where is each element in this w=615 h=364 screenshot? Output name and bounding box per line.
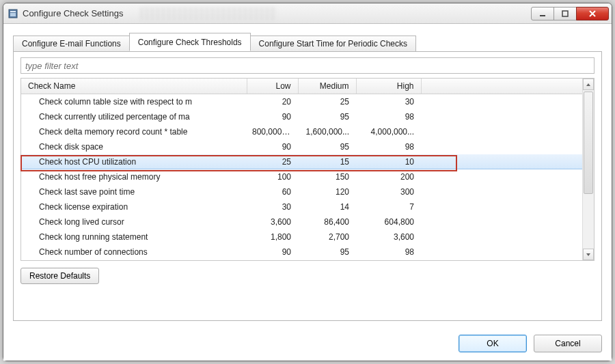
- cell-name[interactable]: Check last save point time: [21, 184, 247, 199]
- cell-medium[interactable]: 25: [298, 94, 356, 109]
- cell-spacer: [421, 184, 582, 199]
- table-row[interactable]: Check host CPU utilization251510: [21, 154, 582, 169]
- table-row[interactable]: Check last save point time60120300: [21, 184, 582, 199]
- restore-defaults-button[interactable]: Restore Defaults: [20, 268, 99, 284]
- scroll-up-button[interactable]: [583, 79, 594, 90]
- cell-high[interactable]: 300: [356, 184, 421, 199]
- table-header-row: Check Name Low Medium High: [21, 79, 582, 94]
- maximize-button[interactable]: [554, 7, 577, 20]
- cell-medium[interactable]: 15: [298, 154, 356, 169]
- cell-name[interactable]: Check license expiration: [21, 199, 247, 214]
- tab-check-thresholds[interactable]: Configure Check Thresholds: [129, 33, 251, 51]
- cell-low[interactable]: 20: [247, 94, 298, 109]
- cell-medium[interactable]: 86,400: [298, 214, 356, 229]
- tab-strip: Configure E-mail Functions Configure Che…: [13, 33, 602, 51]
- obscured-title-area: [140, 7, 277, 20]
- col-header-low[interactable]: Low: [247, 79, 298, 94]
- ok-button[interactable]: OK: [459, 335, 527, 352]
- minimize-button[interactable]: [531, 7, 554, 20]
- cell-low[interactable]: 90: [247, 244, 298, 260]
- client-area: Configure E-mail Functions Configure Che…: [3, 24, 612, 361]
- cell-high[interactable]: 4,000,000...: [356, 124, 421, 139]
- col-header-high[interactable]: High: [356, 79, 421, 94]
- cell-medium[interactable]: 2,700: [298, 229, 356, 244]
- cell-name[interactable]: Check host CPU utilization: [21, 154, 247, 169]
- cell-name[interactable]: Check long lived cursor: [21, 214, 247, 229]
- col-header-name[interactable]: Check Name: [21, 79, 247, 94]
- cell-medium[interactable]: 95: [298, 139, 356, 154]
- tab-email-functions[interactable]: Configure E-mail Functions: [13, 36, 130, 52]
- cell-high[interactable]: 7: [356, 199, 421, 214]
- cell-high[interactable]: 98: [356, 109, 421, 124]
- thresholds-table: Check Name Low Medium High Check column …: [21, 79, 582, 260]
- cell-medium[interactable]: 1,600,000...: [298, 124, 356, 139]
- cell-medium[interactable]: 120: [298, 184, 356, 199]
- cell-medium[interactable]: 95: [298, 244, 356, 260]
- cell-medium[interactable]: 150: [298, 169, 356, 184]
- cell-name[interactable]: Check number of connections: [21, 244, 247, 260]
- table-row[interactable]: Check host free physical memory100150200: [21, 169, 582, 184]
- scroll-thumb[interactable]: [584, 92, 593, 194]
- cell-name[interactable]: Check long running statement: [21, 229, 247, 244]
- table-row[interactable]: Check disk space909598: [21, 139, 582, 154]
- table-body: Check column table size with respect to …: [21, 94, 582, 260]
- table-row[interactable]: Check delta memory record count * table8…: [21, 124, 582, 139]
- window-title: Configure Check Settings: [23, 8, 532, 18]
- cell-spacer: [421, 229, 582, 244]
- filter-input[interactable]: [20, 57, 594, 74]
- cell-spacer: [421, 94, 582, 109]
- table-scroll: Check Name Low Medium High Check column …: [21, 79, 582, 260]
- cell-low[interactable]: 90: [247, 139, 298, 154]
- cell-name[interactable]: Check disk space: [21, 139, 247, 154]
- table-row[interactable]: Check license expiration30147: [21, 199, 582, 214]
- cell-medium[interactable]: 14: [298, 199, 356, 214]
- cell-high[interactable]: 98: [356, 244, 421, 260]
- cell-high[interactable]: 30: [356, 94, 421, 109]
- cell-low[interactable]: 30: [247, 199, 298, 214]
- cell-low[interactable]: 100: [247, 169, 298, 184]
- tab-start-time[interactable]: Configure Start Time for Periodic Checks: [250, 36, 416, 52]
- cell-high[interactable]: 3,600: [356, 229, 421, 244]
- cell-high[interactable]: 604,800: [356, 214, 421, 229]
- cell-low[interactable]: 3,600: [247, 214, 298, 229]
- cell-spacer: [421, 244, 582, 260]
- cancel-button[interactable]: Cancel: [534, 335, 602, 352]
- cell-spacer: [421, 214, 582, 229]
- window-controls: [532, 7, 609, 20]
- table-row[interactable]: Check number of connections909598: [21, 244, 582, 260]
- cell-name[interactable]: Check currently utilized percentage of m…: [21, 109, 247, 124]
- col-header-medium[interactable]: Medium: [298, 79, 356, 94]
- cell-spacer: [421, 124, 582, 139]
- scroll-track[interactable]: [583, 90, 594, 249]
- col-header-spacer: [421, 79, 582, 94]
- cell-high[interactable]: 10: [356, 154, 421, 169]
- cell-medium[interactable]: 95: [298, 109, 356, 124]
- close-button[interactable]: [576, 7, 609, 20]
- cell-high[interactable]: 98: [356, 139, 421, 154]
- cell-low[interactable]: 800,000,0...: [247, 124, 298, 139]
- cell-low[interactable]: 90: [247, 109, 298, 124]
- cell-low[interactable]: 60: [247, 184, 298, 199]
- table-row[interactable]: Check long lived cursor3,60086,400604,80…: [21, 214, 582, 229]
- table-row[interactable]: Check currently utilized percentage of m…: [21, 109, 582, 124]
- vertical-scrollbar[interactable]: [582, 79, 594, 260]
- cell-spacer: [421, 139, 582, 154]
- cell-name[interactable]: Check host free physical memory: [21, 169, 247, 184]
- cell-name[interactable]: Check column table size with respect to …: [21, 94, 247, 109]
- cell-spacer: [421, 154, 582, 169]
- table-row[interactable]: Check column table size with respect to …: [21, 94, 582, 109]
- app-icon: [8, 8, 18, 19]
- cell-name[interactable]: Check delta memory record count * table: [21, 124, 247, 139]
- tab-panel: Check Name Low Medium High Check column …: [13, 51, 602, 321]
- dialog-window: Configure Check Settings Configure E-mai…: [3, 3, 612, 361]
- cell-low[interactable]: 25: [247, 154, 298, 169]
- svg-rect-3: [540, 15, 545, 16]
- cell-low[interactable]: 1,800: [247, 229, 298, 244]
- table-row[interactable]: Check long running statement1,8002,7003,…: [21, 229, 582, 244]
- svg-rect-4: [562, 11, 568, 16]
- cell-spacer: [421, 109, 582, 124]
- titlebar[interactable]: Configure Check Settings: [3, 3, 612, 24]
- cell-high[interactable]: 200: [356, 169, 421, 184]
- cell-spacer: [421, 199, 582, 214]
- scroll-down-button[interactable]: [583, 249, 594, 260]
